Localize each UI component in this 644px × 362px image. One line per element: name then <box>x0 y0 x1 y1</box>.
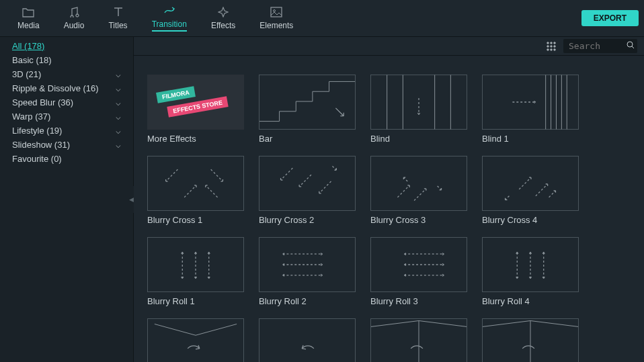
toolbar-label: Titles <box>108 21 127 30</box>
toolbar-transition[interactable]: Transition <box>140 1 199 36</box>
toolbar-label: Elements <box>259 21 293 30</box>
sidebar-item-ripple[interactable]: Ripple & Dissolve (16)⌵ <box>0 81 133 95</box>
card-blurrycross2[interactable]: Blurry Cross 2 <box>259 156 356 225</box>
chevron-down-icon: ⌵ <box>116 69 121 80</box>
search-input[interactable] <box>569 41 622 51</box>
chevron-down-icon: ⌵ <box>116 125 121 136</box>
sidebar-item-label: Warp (37) <box>12 111 50 122</box>
card-blurrycross1[interactable]: Blurry Cross 1 <box>147 156 244 225</box>
toolbar-media[interactable]: Media <box>5 2 52 34</box>
sidebar-item-label: Lifestyle (19) <box>12 125 62 136</box>
thumb-blind <box>370 75 467 130</box>
ribbon-text: FILMORA <box>156 86 196 103</box>
category-sidebar: All (178) Basic (18) 3D (21)⌵ Ripple & D… <box>0 37 134 362</box>
content-header <box>134 37 644 56</box>
toolbar-label: Effects <box>211 21 235 30</box>
card-label: Blind <box>370 134 467 144</box>
card-blind1[interactable]: Blind 1 <box>482 75 579 144</box>
sidebar-item-lifestyle[interactable]: Lifestyle (19)⌵ <box>0 124 133 138</box>
card-label: Blind 1 <box>482 134 579 144</box>
svg-point-10 <box>554 48 556 50</box>
grid-view-icon[interactable] <box>546 41 557 52</box>
toolbar-label: Media <box>17 21 40 30</box>
svg-point-6 <box>551 45 553 47</box>
chevron-down-icon: ⌵ <box>116 83 121 94</box>
card-label: Blurry Roll 2 <box>259 296 356 306</box>
thumb <box>370 318 467 362</box>
sidebar-item-slideshow[interactable]: Slideshow (31)⌵ <box>0 138 133 152</box>
card-blurrycross3[interactable]: Blurry Cross 3 <box>370 156 467 225</box>
thumb-more-effects: FILMORA EFFECTS STORE <box>147 75 244 130</box>
card-blurryroll1[interactable]: Blurry Roll 1 <box>147 237 244 306</box>
svg-point-5 <box>547 45 549 47</box>
card-bar[interactable]: Bar <box>259 75 356 144</box>
card-label: Bar <box>259 134 356 144</box>
sidebar-item-all[interactable]: All (178) <box>0 39 133 53</box>
toolbar-effects[interactable]: Effects <box>199 2 247 34</box>
thumb-blind1 <box>482 75 579 130</box>
export-button[interactable]: EXPORT <box>581 10 639 26</box>
music-icon <box>68 6 80 18</box>
svg-point-2 <box>547 42 549 44</box>
text-icon <box>112 6 124 18</box>
toolbar-audio[interactable]: Audio <box>52 2 97 34</box>
card-blurrycross4[interactable]: Blurry Cross 4 <box>482 156 579 225</box>
svg-point-1 <box>274 10 276 12</box>
search-box[interactable] <box>563 39 637 53</box>
toolbar-label: Transition <box>152 19 187 32</box>
card-label: Blurry Roll 4 <box>482 296 579 306</box>
sidebar-item-label: 3D (21) <box>12 69 41 80</box>
thumb <box>482 318 579 362</box>
toolbar-elements[interactable]: Elements <box>247 2 305 34</box>
svg-point-4 <box>554 42 556 44</box>
card-label: Blurry Cross 4 <box>482 215 579 225</box>
card-label: Blurry Cross 1 <box>147 215 244 225</box>
search-icon[interactable] <box>627 41 635 51</box>
card-blurryroll3[interactable]: Blurry Roll 3 <box>370 237 467 306</box>
transition-icon <box>163 5 175 17</box>
card-blind[interactable]: Blind <box>370 75 467 144</box>
sidebar-item-warp[interactable]: Warp (37)⌵ <box>0 109 133 124</box>
card-label: Blurry Cross 3 <box>370 215 467 225</box>
sidebar-item-label: Slideshow (31) <box>12 139 70 150</box>
card-more-effects[interactable]: FILMORA EFFECTS STORE More Effects <box>147 75 244 144</box>
folder-icon <box>22 6 34 18</box>
chevron-down-icon: ⌵ <box>116 97 121 108</box>
sidebar-collapse-handle[interactable]: ◀ <box>128 186 134 213</box>
thumb <box>259 318 356 362</box>
sidebar-item-favourite[interactable]: Favourite (0) <box>0 152 133 166</box>
thumb <box>147 318 244 362</box>
svg-rect-0 <box>271 7 282 17</box>
sidebar-item-label: Favourite (0) <box>12 153 62 165</box>
sidebar-item-label: All (178) <box>12 40 44 52</box>
sidebar-item-basic[interactable]: Basic (18) <box>0 53 133 67</box>
thumb <box>370 156 467 211</box>
svg-point-8 <box>547 48 549 50</box>
card-label: Blurry Roll 1 <box>147 296 244 306</box>
toolbar-titles[interactable]: Titles <box>96 2 139 34</box>
sparkle-icon <box>217 6 229 18</box>
card-partial[interactable] <box>259 318 356 362</box>
card-partial[interactable] <box>147 318 244 362</box>
sidebar-item-label: Ripple & Dissolve (16) <box>12 83 99 94</box>
sidebar-item-label: Speed Blur (36) <box>12 97 73 108</box>
svg-point-9 <box>551 48 553 50</box>
thumb <box>259 237 356 292</box>
top-toolbar: Media Audio Titles Transition Effects El… <box>0 0 644 37</box>
card-partial[interactable] <box>370 318 467 362</box>
thumb <box>147 237 244 292</box>
sidebar-item-speedblur[interactable]: Speed Blur (36)⌵ <box>0 95 133 109</box>
sidebar-item-label: Basic (18) <box>12 54 52 66</box>
thumb <box>259 156 356 211</box>
card-label: More Effects <box>147 134 244 144</box>
card-blurryroll4[interactable]: Blurry Roll 4 <box>482 237 579 306</box>
thumb-bar <box>259 75 356 130</box>
card-label: Blurry Cross 2 <box>259 215 356 225</box>
card-partial[interactable] <box>482 318 579 362</box>
chevron-down-icon: ⌵ <box>116 139 121 150</box>
card-label: Blurry Roll 3 <box>370 296 467 306</box>
card-blurryroll2[interactable]: Blurry Roll 2 <box>259 237 356 306</box>
svg-point-7 <box>554 45 556 47</box>
sidebar-item-3d[interactable]: 3D (21)⌵ <box>0 67 133 81</box>
image-icon <box>270 6 282 18</box>
